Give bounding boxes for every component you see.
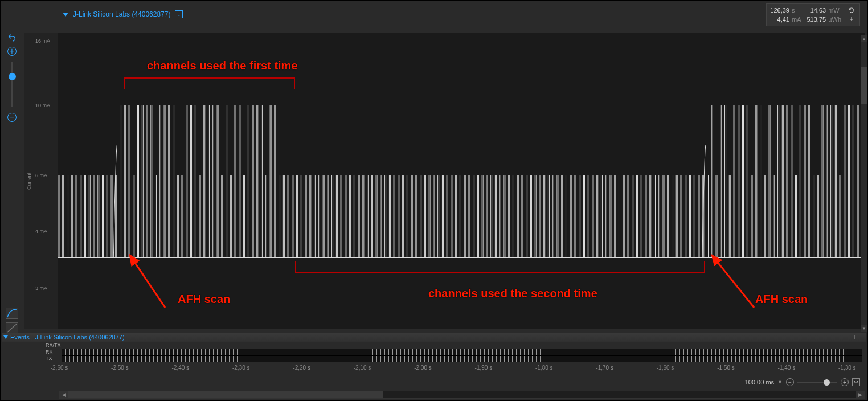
curve-tool-icon[interactable] <box>6 308 18 319</box>
undo-zoom-icon[interactable] <box>7 33 17 43</box>
x-axis: -2,60 s -2,50 s -2,40 s -2,30 s -2,20 s … <box>59 365 865 376</box>
x-tick: -2,30 s <box>232 365 250 376</box>
stat-energy-value: 513,75 <box>807 16 826 23</box>
rx-row[interactable] <box>62 349 862 355</box>
x-tick: -1,80 s <box>535 365 553 376</box>
scroll-left-icon[interactable]: ◀ <box>60 391 68 398</box>
chart-canvas[interactable] <box>58 33 865 329</box>
current-plot: Current 16 mA 10 mA 6 mA 4 mA 3 mA chann… <box>24 33 865 329</box>
tx-label: TX <box>46 355 52 361</box>
x-tick: -2,10 s <box>354 365 371 376</box>
stat-power-unit: mW <box>828 7 845 14</box>
hscroll-thumb[interactable] <box>68 391 383 398</box>
tx-row[interactable] <box>62 355 862 362</box>
x-tick: -2,20 s <box>293 365 310 376</box>
x-tick: -1,70 s <box>596 365 613 376</box>
vertical-scrollbar[interactable]: ▲ ▼ <box>861 35 867 332</box>
timespan-dropdown-icon[interactable]: ▼ <box>777 379 783 385</box>
stat-current-value: 4,41 <box>770 16 789 23</box>
y-tick: 4 mA <box>35 228 47 234</box>
x-tick: -2,00 s <box>414 365 432 376</box>
events-title: Events - J-Link Silicon Labs (440062877) <box>10 334 125 341</box>
x-tick: -2,50 s <box>111 365 129 376</box>
scroll-down-icon[interactable]: ▼ <box>861 325 867 332</box>
rxtx-label: RX/TX <box>46 342 61 348</box>
zoom-in-x-icon[interactable]: + <box>841 378 849 386</box>
stat-power-value: 14,63 <box>807 7 826 14</box>
events-header[interactable]: Events - J-Link Silicon Labs (440062877) <box>2 333 866 342</box>
stat-time-value: 126,39 <box>770 7 789 14</box>
chart-header: J-Link Silicon Labs (440062877) ⌄ <box>0 0 868 28</box>
y-axis-label: Current <box>26 173 32 190</box>
y-tick: 3 mA <box>35 285 47 291</box>
scroll-up-icon[interactable]: ▲ <box>861 35 867 42</box>
x-tick: -2,60 s <box>51 365 68 376</box>
fit-width-icon[interactable] <box>852 378 860 386</box>
export-icon[interactable] <box>847 15 856 24</box>
scroll-right-icon[interactable]: ▶ <box>856 391 864 398</box>
zoom-x-slider-thumb[interactable] <box>824 379 830 386</box>
y-tick: 16 mA <box>35 38 50 44</box>
stat-current-unit: mA <box>792 16 805 23</box>
x-tick: -1,30 s <box>838 365 856 376</box>
time-zoom-controls: 100,00 ms ▼ − + <box>745 376 860 388</box>
zoom-x-slider[interactable] <box>797 382 837 383</box>
hscroll-track[interactable] <box>68 391 856 398</box>
events-collapse-icon[interactable] <box>3 335 8 339</box>
linear-tool-icon[interactable] <box>6 322 18 334</box>
stat-energy-unit: µWh <box>828 16 845 23</box>
events-minimize-icon[interactable] <box>854 335 861 339</box>
zoom-y-slider[interactable] <box>11 62 13 107</box>
device-dropdown-icon[interactable]: ⌄ <box>175 10 183 18</box>
x-tick: -1,90 s <box>475 365 493 376</box>
x-tick: -1,40 s <box>778 365 796 376</box>
zoom-out-y-icon[interactable]: − <box>7 113 17 122</box>
collapse-triangle-icon[interactable] <box>63 13 68 17</box>
refresh-icon[interactable] <box>847 6 856 15</box>
horizontal-scrollbar[interactable]: ◀ ▶ <box>59 391 865 399</box>
events-panel: Events - J-Link Silicon Labs (440062877)… <box>2 333 866 361</box>
zoom-y-slider-thumb[interactable] <box>9 73 16 80</box>
rx-label: RX <box>46 349 53 355</box>
x-tick: -2,40 s <box>172 365 190 376</box>
y-tick: 6 mA <box>35 173 47 178</box>
y-tick: 10 mA <box>35 103 50 108</box>
zoom-out-x-icon[interactable]: − <box>786 378 794 386</box>
scroll-thumb[interactable] <box>861 67 867 104</box>
timespan-value: 100,00 ms <box>745 379 774 386</box>
x-tick: -1,60 s <box>657 365 674 376</box>
left-tool-rail: + − <box>2 33 22 334</box>
x-tick: -1,50 s <box>717 365 735 376</box>
stats-panel: 126,39 s 14,63 mW 4,41 mA 513,75 µWh <box>766 3 860 26</box>
device-title: J-Link Silicon Labs (440062877) <box>73 10 170 18</box>
stat-time-unit: s <box>792 7 805 14</box>
zoom-in-y-icon[interactable]: + <box>7 47 17 56</box>
